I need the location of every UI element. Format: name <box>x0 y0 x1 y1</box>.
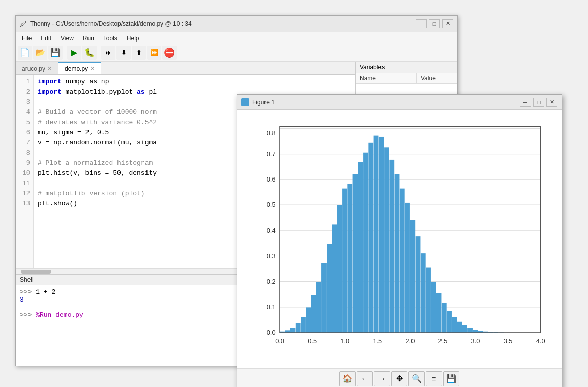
svg-rect-59 <box>442 303 447 333</box>
thonny-maximize-button[interactable]: □ <box>429 19 440 28</box>
svg-rect-53 <box>410 220 415 333</box>
shell-prompt-1: >>> <box>20 288 36 296</box>
new-file-button[interactable]: 📄 <box>18 46 32 60</box>
svg-rect-34 <box>311 295 316 333</box>
tab-demo-close[interactable]: ✕ <box>90 65 95 72</box>
figure-maximize-button[interactable]: □ <box>533 98 544 107</box>
menu-edit[interactable]: Edit <box>37 34 55 43</box>
debug-button[interactable]: 🐛 <box>82 46 97 60</box>
svg-text:0.8: 0.8 <box>267 129 276 137</box>
svg-text:3.5: 3.5 <box>504 337 513 345</box>
step-out-button[interactable]: ⬆ <box>132 46 146 60</box>
menu-tools[interactable]: Tools <box>99 34 122 43</box>
line-numbers: 12345 678910 111213 <box>16 75 34 268</box>
figure-title-text: Figure 1 <box>252 99 275 106</box>
thonny-minimize-button[interactable]: ─ <box>416 19 427 28</box>
svg-rect-41 <box>347 184 352 333</box>
svg-rect-57 <box>431 282 436 333</box>
svg-rect-51 <box>400 189 405 333</box>
tabs-bar: aruco.py ✕ demo.py ✕ <box>16 62 355 75</box>
tab-demo-label: demo.py <box>65 65 88 72</box>
svg-rect-55 <box>421 253 426 333</box>
figure-window-controls: ─ □ ✕ <box>520 98 557 107</box>
menu-view[interactable]: View <box>56 34 78 43</box>
svg-rect-30 <box>290 328 296 333</box>
step-over-button[interactable]: ⏭ <box>101 46 115 60</box>
figure-minimize-button[interactable]: ─ <box>520 98 531 107</box>
figure-toolbar: 🏠 ← → ✥ 🔍 ≡ 💾 <box>237 368 562 387</box>
svg-rect-39 <box>337 205 342 333</box>
thonny-close-button[interactable]: ✕ <box>442 19 453 28</box>
svg-rect-62 <box>457 322 462 333</box>
svg-text:0.1: 0.1 <box>267 303 276 311</box>
save-file-button[interactable]: 💾 <box>48 46 63 60</box>
figure-title-bar: Figure 1 ─ □ ✕ <box>237 95 562 110</box>
code-line-1: import numpy as np <box>38 77 351 87</box>
svg-rect-38 <box>332 224 337 333</box>
figure-window: Figure 1 ─ □ ✕ 0.0 0.1 0.2 0.3 0.4 0.5 0… <box>237 94 562 387</box>
svg-rect-47 <box>379 137 384 333</box>
tab-demo[interactable]: demo.py ✕ <box>58 62 101 74</box>
svg-rect-40 <box>342 189 347 333</box>
svg-rect-44 <box>363 153 368 333</box>
run-button[interactable]: ▶ <box>67 46 81 60</box>
svg-rect-35 <box>316 282 321 333</box>
svg-text:0.7: 0.7 <box>267 150 276 158</box>
svg-text:0.4: 0.4 <box>267 227 276 234</box>
step-into-button[interactable]: ⬇ <box>116 46 131 60</box>
tab-aruco[interactable]: aruco.py ✕ <box>16 62 58 74</box>
stop-button[interactable]: ⛔ <box>162 46 177 60</box>
svg-rect-61 <box>452 317 457 333</box>
svg-text:0.5: 0.5 <box>267 201 276 209</box>
toolbar: 📄 📂 💾 ▶ 🐛 ⏭ ⬇ ⬆ ⏩ ⛔ <box>16 44 457 62</box>
toolbar-separator-1 <box>65 48 65 58</box>
svg-text:2.0: 2.0 <box>405 337 415 345</box>
svg-rect-54 <box>416 236 421 333</box>
fig-back-button[interactable]: ← <box>357 371 373 386</box>
fig-home-button[interactable]: 🏠 <box>339 371 356 386</box>
svg-rect-46 <box>374 136 379 333</box>
shell-prompt-2: >>> <box>20 311 36 319</box>
svg-rect-31 <box>296 323 301 333</box>
svg-text:0.2: 0.2 <box>267 278 276 285</box>
figure-title-left: Figure 1 <box>241 98 275 106</box>
fig-settings-button[interactable]: ≡ <box>426 371 442 386</box>
svg-text:0.6: 0.6 <box>267 175 276 183</box>
fig-save-button[interactable]: 💾 <box>443 371 459 386</box>
svg-rect-42 <box>353 174 358 333</box>
open-file-button[interactable]: 📂 <box>33 46 47 60</box>
svg-rect-64 <box>467 328 473 333</box>
shell-result-1: 3 <box>20 296 24 304</box>
menu-bar: File Edit View Run Tools Help <box>16 32 457 44</box>
svg-rect-36 <box>321 263 327 333</box>
svg-rect-58 <box>436 293 442 333</box>
svg-text:0.5: 0.5 <box>308 337 317 345</box>
svg-rect-43 <box>358 162 363 333</box>
menu-run[interactable]: Run <box>79 34 98 43</box>
svg-rect-50 <box>395 174 400 333</box>
thonny-window-controls: ─ □ ✕ <box>416 19 453 28</box>
svg-rect-33 <box>306 307 311 333</box>
title-bar-left: 🖊 Thonny - C:/Users/herno/Desktop/sztaki… <box>20 20 192 28</box>
svg-rect-49 <box>389 160 394 333</box>
svg-rect-48 <box>384 147 389 333</box>
tab-aruco-close[interactable]: ✕ <box>47 65 52 72</box>
scrollbar-thumb[interactable] <box>21 270 51 274</box>
fig-pan-button[interactable]: ✥ <box>391 371 407 386</box>
resume-button[interactable]: ⏩ <box>147 46 161 60</box>
svg-rect-32 <box>301 317 306 333</box>
menu-help[interactable]: Help <box>123 34 143 43</box>
svg-text:0.0: 0.0 <box>275 337 284 345</box>
svg-rect-60 <box>447 311 452 333</box>
svg-text:2.5: 2.5 <box>438 337 448 345</box>
svg-rect-45 <box>368 143 373 333</box>
svg-rect-65 <box>473 330 478 333</box>
menu-file[interactable]: File <box>18 34 36 43</box>
fig-zoom-button[interactable]: 🔍 <box>408 371 425 386</box>
figure-app-icon <box>241 98 249 106</box>
fig-forward-button[interactable]: → <box>374 371 390 386</box>
figure-close-button[interactable]: ✕ <box>546 98 557 107</box>
svg-text:1.5: 1.5 <box>373 337 382 345</box>
svg-text:1.0: 1.0 <box>340 337 349 345</box>
variables-col-headers: Name Value <box>356 73 457 84</box>
